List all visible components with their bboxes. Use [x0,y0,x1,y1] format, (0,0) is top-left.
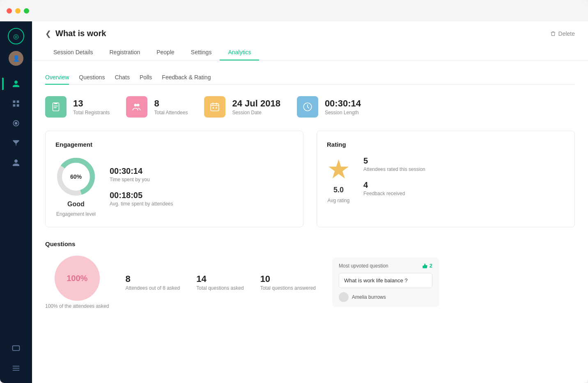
clock-icon [302,102,313,112]
donut-percent: 60% [70,173,82,180]
stat-card-session-length: 00:30:14 Session Length [297,96,361,118]
titlebar [0,0,588,21]
registrants-icon [45,96,67,118]
stat-card-session-date: 24 Jul 2018 Session Date [204,96,280,118]
page-title-left: ❮ What is work [45,29,106,38]
page-title: What is work [55,29,106,38]
tab-people[interactable]: People [148,45,183,60]
svg-rect-7 [213,107,214,108]
minimize-dot[interactable] [15,8,21,14]
avg-rating-label: Avg rating [328,198,350,203]
close-dot[interactable] [7,8,12,14]
upvoted-user-avatar [339,292,349,302]
session-length-info: 00:30:14 Session Length [325,98,361,115]
tab-session-details[interactable]: Session Details [45,45,101,60]
time-you-label: Time spent by you [110,177,173,182]
q-stat-total-asked-label: Total questions asked [196,285,243,291]
user-icon [12,159,20,167]
sidebar-item-record[interactable] [8,115,24,132]
time-avg: 00:18:05 Avg. time spent by attendees [110,191,173,207]
svg-point-4 [134,104,137,106]
registrants-value: 13 [73,98,110,109]
star-area: ★ 5.0 Avg rating [327,156,350,203]
upvoted-user-name: Amelia burrows [352,294,386,300]
stats-row: 13 Total Registrants [45,96,575,118]
engagement-level-value: Good [67,201,85,208]
svg-point-1 [15,122,18,125]
sidebar-item-grid[interactable] [8,95,24,112]
session-date-label: Session Date [232,110,280,115]
app-window: ◎ 👤 [0,0,588,383]
sidebar-bottom [8,340,24,376]
engagement-body: 60% Good Engagement level 00:30:14 Time … [55,156,293,217]
upvoted-user-row: Amelia burrows [339,292,432,302]
grid-icon [12,99,20,108]
sidebar: ◎ 👤 [0,21,32,383]
sub-tab-polls[interactable]: Polls [140,71,152,85]
screen-icon [12,344,20,353]
sub-tab-feedback[interactable]: Feedback & Rating [162,71,211,85]
session-date-info: 24 Jul 2018 Session Date [232,98,280,115]
svg-rect-6 [211,104,219,111]
engagement-title: Engagement [55,141,293,148]
upvoted-question-text: What is work life balance ? [339,273,432,288]
time-avg-value: 00:18:05 [110,191,173,200]
attendees-info: 8 Total Attendees [154,98,188,115]
session-date-icon [204,96,225,118]
sidebar-item-people[interactable] [8,76,24,92]
app-body: ◎ 👤 [0,21,588,383]
back-button[interactable]: ❮ [45,29,51,38]
questions-body: 100% 100% of the attendees asked 8 Atten… [45,256,575,309]
rating-body: ★ 5.0 Avg rating 5 Attendees rated this … [327,156,565,203]
q-stat-total-asked-value: 14 [196,274,243,284]
most-upvoted-card: Most upvoted question 2 What is work li [332,258,439,307]
attendees-rated-value: 5 [363,156,425,166]
page-header: ❮ What is work Delete Session Details Re… [32,21,588,61]
upvote-number: 2 [430,263,432,269]
people-stat-icon [131,102,142,112]
nav-tabs: Session Details Registration People Sett… [45,45,575,60]
sidebar-item-filter[interactable] [8,135,24,151]
rating-title: Rating [327,141,565,148]
questions-circle-percent: 100% [67,274,87,283]
q-stat-attendees-value: 8 [125,274,180,284]
attendees-icon [126,96,147,118]
tab-registration[interactable]: Registration [101,45,149,60]
delete-button[interactable]: Delete [550,30,575,37]
tab-analytics[interactable]: Analytics [220,45,259,60]
q-stat-total-asked: 14 Total questions asked [196,274,243,291]
donut-wrapper: 60% Good Engagement level [55,156,96,217]
calendar-icon [209,102,220,112]
menu-icon [12,364,20,372]
sidebar-item-user[interactable] [8,155,24,171]
clipboard-icon [51,102,61,112]
rating-stats: 5 Attendees rated this session 4 Feedbac… [363,156,425,196]
questions-section: Questions 100% 100% of the attendees ask… [45,240,575,309]
logo-icon: ◎ [13,32,19,40]
sidebar-item-menu[interactable] [8,360,24,376]
donut-chart: 60% [55,156,96,197]
q-stat-attendees-label: Attendees out of 8 asked [125,285,180,291]
session-length-icon [297,96,318,118]
content-area: Overview Questions Chats Polls Feedback … [32,61,588,383]
engagement-level-label: Engagement level [56,211,96,217]
session-date-value: 24 Jul 2018 [232,98,280,109]
sidebar-item-screen[interactable] [8,340,24,357]
questions-circle-label: 100% of the attendees asked [45,303,109,309]
sidebar-logo[interactable]: ◎ [8,28,24,44]
q-stat-total-answered: 10 Total questions answered [260,274,316,291]
tab-settings[interactable]: Settings [183,45,220,60]
attendees-value: 8 [154,98,188,109]
upvote-count: 2 [422,263,432,269]
people-icon [12,80,20,88]
sub-tab-overview[interactable]: Overview [45,71,69,85]
questions-circle: 100% [55,256,100,301]
time-avg-label: Avg. time spent by attendees [110,201,173,207]
maximize-dot[interactable] [24,8,29,14]
time-you: 00:30:14 Time spent by you [110,166,173,182]
sub-tab-chats[interactable]: Chats [115,71,130,85]
time-you-value: 00:30:14 [110,166,173,176]
rating-card: Rating ★ 5.0 Avg rating 5 Attendees rate… [317,131,575,227]
sub-tab-questions[interactable]: Questions [79,71,105,85]
sidebar-avatar[interactable]: 👤 [9,51,23,66]
